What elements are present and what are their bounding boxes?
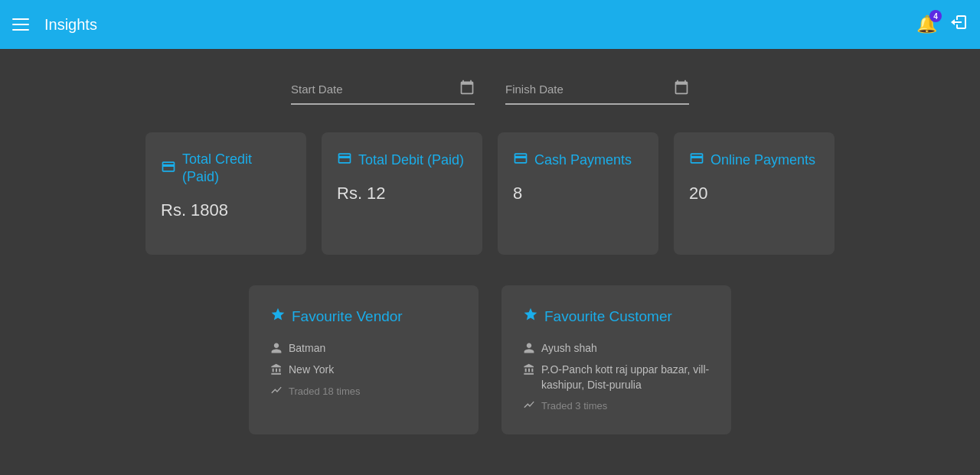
cash-payments-value: 8 bbox=[513, 184, 643, 203]
debit-card-icon bbox=[337, 151, 352, 170]
date-filter-row bbox=[107, 80, 873, 105]
cash-card-icon bbox=[513, 151, 528, 170]
total-credit-card: Total Credit (Paid) Rs. 1808 bbox=[145, 132, 306, 255]
finish-date-input[interactable] bbox=[505, 83, 674, 96]
fav-vendor-title: Favourite Vendor bbox=[292, 308, 403, 325]
bottom-cards-row: Favourite Vendor Batman New York Traded … bbox=[107, 285, 873, 434]
fav-customer-title: Favourite Customer bbox=[544, 308, 672, 325]
start-date-calendar-icon[interactable] bbox=[459, 80, 475, 99]
total-debit-title: Total Debit (Paid) bbox=[358, 151, 464, 169]
cash-payments-header: Cash Payments bbox=[513, 151, 643, 170]
favourite-vendor-card: Favourite Vendor Batman New York Traded … bbox=[249, 285, 479, 434]
fav-vendor-header: Favourite Vendor bbox=[270, 307, 457, 326]
person-icon-customer bbox=[523, 342, 535, 356]
credit-card-icon bbox=[161, 159, 176, 178]
app-header: Insights 🔔 4 bbox=[0, 0, 980, 49]
building-icon-customer bbox=[523, 363, 535, 378]
vendor-name: Batman bbox=[289, 341, 325, 356]
online-card-icon bbox=[689, 151, 704, 170]
customer-traded-row: Traded 3 times bbox=[523, 399, 710, 413]
main-content: Total Credit (Paid) Rs. 1808 Total Debit… bbox=[0, 49, 980, 465]
stat-cards-row: Total Credit (Paid) Rs. 1808 Total Debit… bbox=[107, 132, 873, 255]
logout-icon bbox=[949, 13, 968, 31]
customer-location: P.O-Panch kott raj uppar bazar, vill-kas… bbox=[541, 363, 710, 392]
vendor-traded-text: Traded 18 times bbox=[289, 386, 360, 397]
total-debit-card: Total Debit (Paid) Rs. 12 bbox=[322, 132, 482, 255]
vendor-traded-row: Traded 18 times bbox=[270, 384, 457, 399]
finish-date-calendar-icon[interactable] bbox=[674, 80, 689, 99]
star-icon-vendor bbox=[270, 307, 286, 326]
vendor-location: New York bbox=[289, 363, 334, 378]
person-icon-vendor bbox=[270, 342, 283, 356]
start-date-wrapper bbox=[291, 80, 475, 105]
online-payments-card: Online Payments 20 bbox=[674, 132, 835, 255]
cash-payments-card: Cash Payments 8 bbox=[498, 132, 658, 255]
header-left: Insights bbox=[12, 16, 97, 34]
notification-badge: 4 bbox=[929, 10, 942, 22]
total-credit-value: Rs. 1808 bbox=[161, 200, 291, 220]
trend-icon-vendor bbox=[270, 384, 283, 399]
total-debit-value: Rs. 12 bbox=[337, 184, 467, 203]
online-payments-value: 20 bbox=[689, 184, 819, 203]
calendar-icon bbox=[459, 80, 475, 95]
total-debit-header: Total Debit (Paid) bbox=[337, 151, 467, 170]
building-icon-vendor bbox=[270, 363, 283, 378]
vendor-name-row: Batman bbox=[270, 341, 457, 356]
cash-payments-title: Cash Payments bbox=[534, 151, 632, 169]
logout-button[interactable] bbox=[949, 13, 968, 36]
start-date-input[interactable] bbox=[291, 83, 459, 96]
online-payments-header: Online Payments bbox=[689, 151, 819, 170]
vendor-location-row: New York bbox=[270, 363, 457, 378]
online-payments-title: Online Payments bbox=[710, 151, 815, 169]
header-right: 🔔 4 bbox=[916, 13, 968, 36]
fav-customer-header: Favourite Customer bbox=[523, 307, 710, 326]
notification-button[interactable]: 🔔 4 bbox=[916, 15, 937, 34]
total-credit-title: Total Credit (Paid) bbox=[182, 151, 291, 187]
finish-date-wrapper bbox=[505, 80, 689, 105]
hamburger-menu-button[interactable] bbox=[12, 18, 29, 31]
customer-traded-text: Traded 3 times bbox=[541, 400, 607, 412]
calendar-icon bbox=[674, 80, 689, 95]
customer-location-row: P.O-Panch kott raj uppar bazar, vill-kas… bbox=[523, 363, 710, 392]
customer-name: Ayush shah bbox=[541, 341, 597, 356]
favourite-customer-card: Favourite Customer Ayush shah P.O-Panch … bbox=[501, 285, 731, 434]
customer-name-row: Ayush shah bbox=[523, 341, 710, 356]
total-credit-header: Total Credit (Paid) bbox=[161, 151, 291, 187]
page-title: Insights bbox=[44, 16, 97, 34]
trend-icon-customer bbox=[523, 399, 535, 413]
star-icon-customer bbox=[523, 307, 538, 326]
